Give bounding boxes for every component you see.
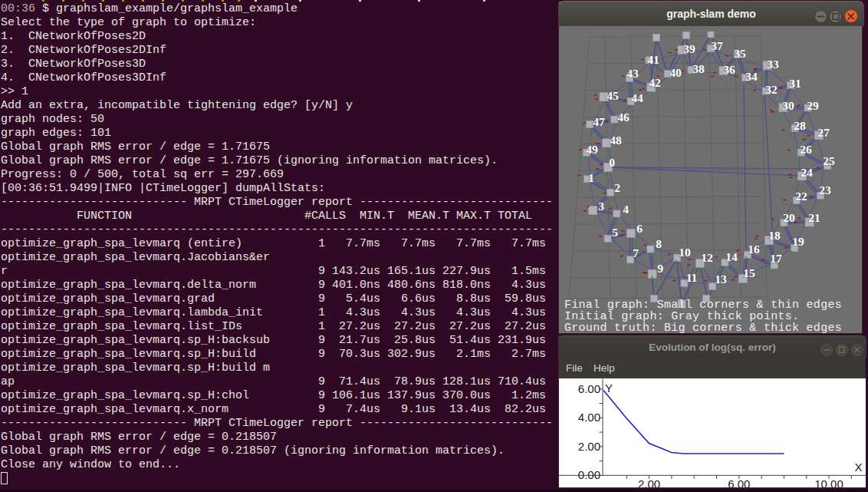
svg-text:22: 22	[795, 190, 807, 203]
svg-text:X: X	[855, 461, 863, 474]
svg-text:31: 31	[789, 77, 801, 90]
svg-text:28: 28	[794, 119, 806, 132]
svg-text:41: 41	[647, 53, 659, 66]
svg-text:35: 35	[734, 47, 746, 60]
svg-text:33: 33	[767, 58, 779, 71]
svg-text:0.00: 0.00	[578, 468, 600, 481]
svg-text:46: 46	[617, 111, 630, 124]
svg-text:17: 17	[770, 252, 782, 265]
svg-text:10.00: 10.00	[814, 477, 843, 487]
svg-text:1: 1	[588, 171, 594, 184]
svg-text:42: 42	[649, 76, 661, 89]
svg-text:44: 44	[631, 91, 643, 104]
svg-text:39: 39	[683, 42, 695, 55]
svg-text:30: 30	[782, 99, 794, 112]
svg-text:15: 15	[743, 266, 755, 279]
svg-text:37: 37	[711, 39, 723, 52]
svg-text:2.00: 2.00	[638, 477, 660, 487]
svg-text:13: 13	[715, 272, 727, 286]
svg-text:21: 21	[808, 211, 820, 224]
svg-text:40: 40	[669, 66, 682, 79]
svg-text:38: 38	[692, 62, 705, 75]
svg-text:8: 8	[656, 237, 662, 250]
svg-text:3: 3	[598, 200, 604, 213]
svg-text:10: 10	[679, 246, 691, 259]
svg-text:32: 32	[765, 83, 778, 96]
svg-text:47: 47	[593, 115, 605, 128]
svg-text:25: 25	[823, 154, 835, 167]
svg-text:14: 14	[725, 250, 738, 263]
svg-text:12: 12	[701, 251, 713, 264]
svg-text:26: 26	[800, 143, 812, 156]
svg-text:5: 5	[612, 226, 618, 239]
svg-text:6: 6	[636, 222, 643, 235]
svg-text:29: 29	[807, 99, 819, 112]
svg-text:20: 20	[783, 211, 795, 224]
svg-text:4: 4	[623, 203, 629, 216]
svg-text:23: 23	[819, 183, 831, 196]
svg-text:24: 24	[801, 166, 813, 179]
svg-text:4.00: 4.00	[578, 411, 600, 424]
svg-text:11: 11	[686, 271, 698, 284]
svg-text:49: 49	[586, 143, 598, 156]
svg-text:0: 0	[609, 156, 615, 169]
svg-text:18: 18	[768, 229, 781, 242]
svg-text:Y: Y	[605, 381, 613, 395]
svg-text:6.00: 6.00	[578, 382, 600, 395]
svg-text:6.00: 6.00	[728, 477, 750, 487]
svg-text:19: 19	[792, 235, 804, 248]
svg-text:2: 2	[614, 181, 620, 194]
svg-text:27: 27	[817, 126, 830, 139]
svg-text:48: 48	[610, 134, 622, 147]
svg-text:2.00: 2.00	[578, 440, 600, 453]
svg-text:7: 7	[633, 246, 639, 259]
svg-text:34: 34	[745, 70, 758, 83]
svg-text:16: 16	[748, 243, 760, 256]
svg-text:36: 36	[723, 63, 735, 76]
svg-text:45: 45	[607, 89, 619, 102]
svg-text:43: 43	[626, 67, 639, 80]
svg-text:9: 9	[657, 262, 663, 275]
